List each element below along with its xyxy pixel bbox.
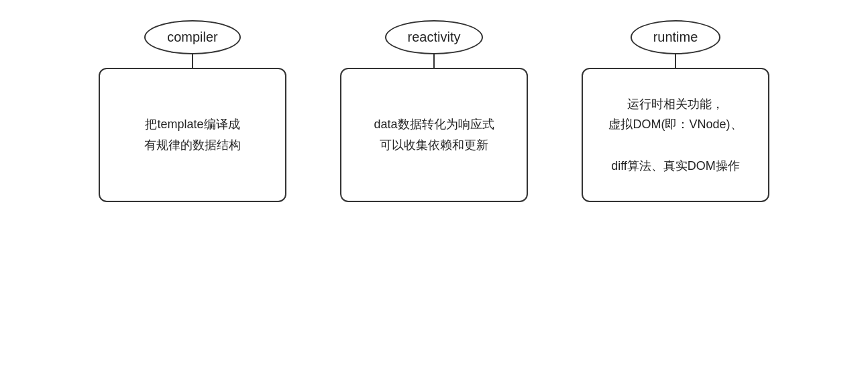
box-text-reactivity: data数据转化为响应式可以收集依赖和更新: [374, 114, 494, 155]
box-reactivity: data数据转化为响应式可以收集依赖和更新: [340, 68, 528, 202]
box-text-runtime: 运行时相关功能，虚拟DOM(即：VNode)、diff算法、真实DOM操作: [608, 94, 742, 176]
box-runtime: 运行时相关功能，虚拟DOM(即：VNode)、diff算法、真实DOM操作: [582, 68, 769, 202]
oval-reactivity: reactivity: [385, 20, 484, 54]
connector-runtime: [675, 54, 676, 68]
column-reactivity: reactivitydata数据转化为响应式可以收集依赖和更新: [340, 20, 528, 202]
column-runtime: runtime运行时相关功能，虚拟DOM(即：VNode)、diff算法、真实D…: [582, 20, 769, 202]
box-text-compiler: 把template编译成有规律的数据结构: [144, 114, 241, 155]
connector-compiler: [192, 54, 193, 68]
column-compiler: compiler把template编译成有规律的数据结构: [99, 20, 286, 202]
connector-reactivity: [433, 54, 435, 68]
box-compiler: 把template编译成有规律的数据结构: [99, 68, 286, 202]
oval-runtime: runtime: [631, 20, 721, 54]
top-section: compiler把template编译成有规律的数据结构reactivityda…: [27, 20, 841, 202]
oval-compiler: compiler: [144, 20, 241, 54]
